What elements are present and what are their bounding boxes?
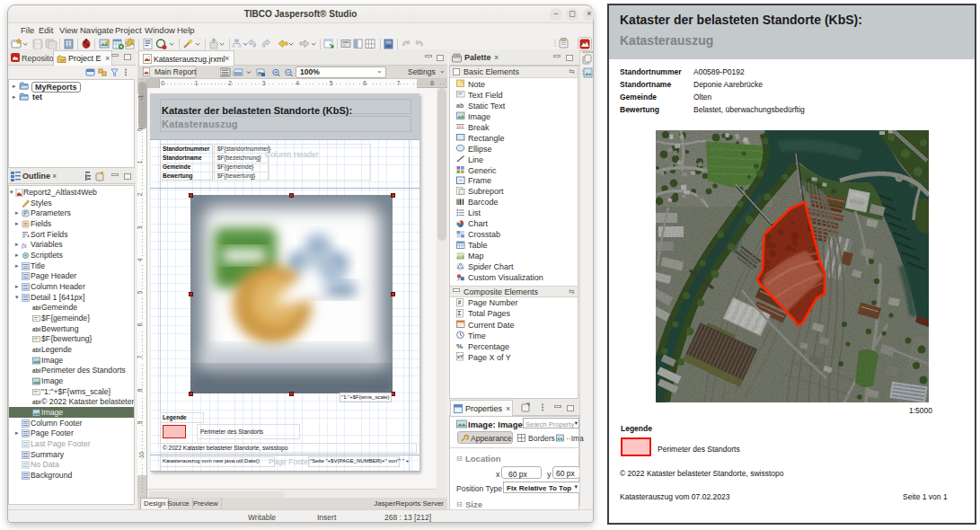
svg-text:abɨ: abɨ: [32, 326, 41, 332]
svg-text:abɨ: abɨ: [32, 305, 41, 311]
svg-text:abɨ: abɨ: [32, 399, 41, 405]
svg-text:Σ: Σ: [458, 310, 462, 316]
svg-text:P: P: [23, 210, 27, 216]
svg-text:abɨ: abɨ: [32, 347, 41, 353]
svg-text:fx: fx: [22, 242, 27, 250]
svg-text:%: %: [456, 342, 463, 350]
svg-text:ab: ab: [456, 102, 464, 109]
svg-text:#: #: [458, 299, 462, 305]
svg-text:xY: xY: [457, 354, 464, 359]
svg-text:abɨ: abɨ: [32, 367, 41, 374]
